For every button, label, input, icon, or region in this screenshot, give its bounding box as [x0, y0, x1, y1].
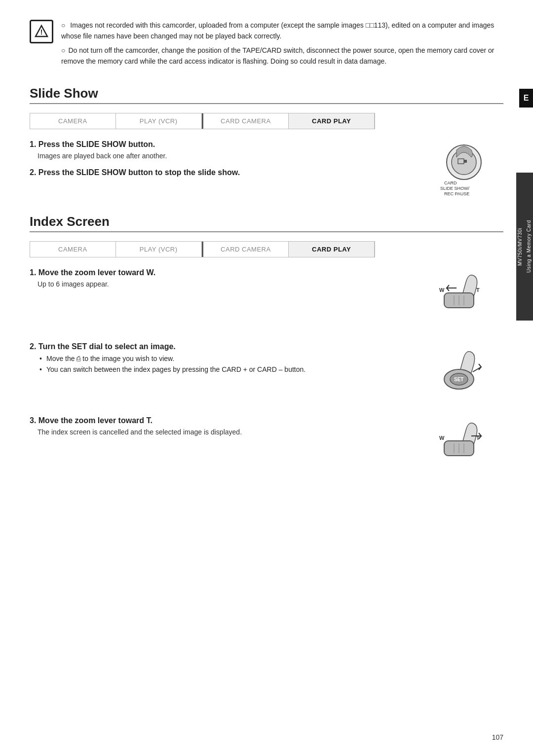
svg-text:CARD: CARD [444, 180, 457, 185]
index-step2-bullets: Move the ⎙ to the image you wish to view… [39, 353, 415, 375]
slide-show-step2-title: 2. Press the SLIDE SHOW button to stop t… [30, 168, 415, 177]
index-step3-title: 3. Move the zoom lever toward T. [30, 416, 415, 425]
warning-text: Images not recorded with this camcorder,… [61, 20, 503, 70]
index-mode-play-vcr: PLAY (VCR) [116, 242, 202, 257]
mode-play-vcr: PLAY (VCR) [116, 113, 202, 129]
index-step2: 2. Turn the SET dial to select an image.… [30, 342, 415, 375]
svg-text:W: W [439, 435, 445, 441]
slide-show-step1-title: 1. Press the SLIDE SHOW button. [30, 140, 415, 149]
index-step3-desc: The index screen is cancelled and the se… [38, 427, 415, 437]
mode-card-play-active: CARD PLAY [289, 113, 375, 129]
svg-text:SLIDE SHOW/: SLIDE SHOW/ [440, 186, 470, 191]
index-step2-bullet2: You can switch between the index pages b… [39, 364, 415, 375]
index-step2-title: 2. Turn the SET dial to select an image. [30, 342, 415, 351]
index-screen-mode-bar: CAMERA PLAY (VCR) CARD CAMERA CARD PLAY [30, 241, 375, 257]
index-step1-desc: Up to 6 images appear. [38, 279, 415, 289]
index-mode-card-camera: CARD CAMERA [203, 242, 289, 257]
e-tab: E [519, 89, 533, 108]
slide-show-content: 1. Press the SLIDE SHOW button. Images a… [30, 140, 503, 199]
page: E ! Images not recorded with this camcor… [0, 0, 533, 756]
mode-card-camera: CARD CAMERA [203, 113, 289, 129]
svg-text:SET: SET [454, 377, 463, 382]
svg-text:W: W [439, 287, 445, 293]
slide-show-mode-bar: CAMERA PLAY (VCR) CARD CAMERA CARD PLAY [30, 113, 375, 129]
index-step3-image: W T [424, 416, 503, 475]
warning-icon: ! [30, 20, 53, 43]
slide-show-illustration: CARD SLIDE SHOW/ REC PAUSE [429, 140, 498, 199]
index-mode-card-play-active: CARD PLAY [289, 242, 375, 257]
warning-line2: Do not turn off the camcorder, change th… [61, 45, 503, 67]
slide-show-step1-desc: Images are played back one after another… [38, 151, 415, 161]
index-step3-text: 3. Move the zoom lever toward T. The ind… [30, 416, 415, 475]
index-mode-camera: CAMERA [30, 242, 116, 257]
index-step2-text: 2. Turn the SET dial to select an image.… [30, 342, 415, 401]
index-step3: 3. Move the zoom lever toward T. The ind… [30, 416, 415, 437]
sidebar-description: Using a Memory Card [526, 220, 533, 273]
svg-rect-7 [464, 160, 467, 163]
set-dial-illustration: SET [429, 342, 498, 401]
sidebar-model: MV750i/MV730i [517, 227, 524, 265]
mode-camera: CAMERA [30, 113, 116, 129]
index-step2-content: 2. Turn the SET dial to select an image.… [30, 342, 503, 401]
svg-text:T: T [476, 287, 480, 293]
zoom-lever-w-illustration: W T [429, 268, 498, 327]
sidebar-label: MV750i/MV730i Using a Memory Card [516, 173, 533, 321]
svg-text:REC PAUSE: REC PAUSE [444, 191, 469, 196]
index-step1-text: 1. Move the zoom lever toward W. Up to 6… [30, 268, 415, 327]
warning-line1: Images not recorded with this camcorder,… [61, 20, 503, 42]
slide-show-section: Slide Show CAMERA PLAY (VCR) CARD CAMERA… [30, 86, 503, 199]
slide-show-step2: 2. Press the SLIDE SHOW button to stop t… [30, 168, 415, 177]
slide-show-text: 1. Press the SLIDE SHOW button. Images a… [30, 140, 415, 199]
index-step1-title: 1. Move the zoom lever toward W. [30, 268, 415, 277]
index-step2-bullet1: Move the ⎙ to the image you wish to view… [39, 353, 415, 364]
index-screen-section: Index Screen CAMERA PLAY (VCR) CARD CAME… [30, 214, 503, 475]
index-screen-heading: Index Screen [30, 214, 503, 232]
svg-text:!: ! [40, 28, 43, 36]
page-number: 107 [492, 733, 503, 741]
warning-box: ! Images not recorded with this camcorde… [30, 20, 503, 70]
index-step3-content: 3. Move the zoom lever toward T. The ind… [30, 416, 503, 475]
slide-show-heading: Slide Show [30, 86, 503, 104]
slide-show-image: CARD SLIDE SHOW/ REC PAUSE [424, 140, 503, 199]
index-step2-image: SET [424, 342, 503, 401]
index-step1-image: W T [424, 268, 503, 327]
index-step1-content: 1. Move the zoom lever toward W. Up to 6… [30, 268, 503, 327]
slide-show-step1: 1. Press the SLIDE SHOW button. Images a… [30, 140, 415, 161]
zoom-lever-t-illustration: W T [429, 416, 498, 475]
index-step1: 1. Move the zoom lever toward W. Up to 6… [30, 268, 415, 289]
